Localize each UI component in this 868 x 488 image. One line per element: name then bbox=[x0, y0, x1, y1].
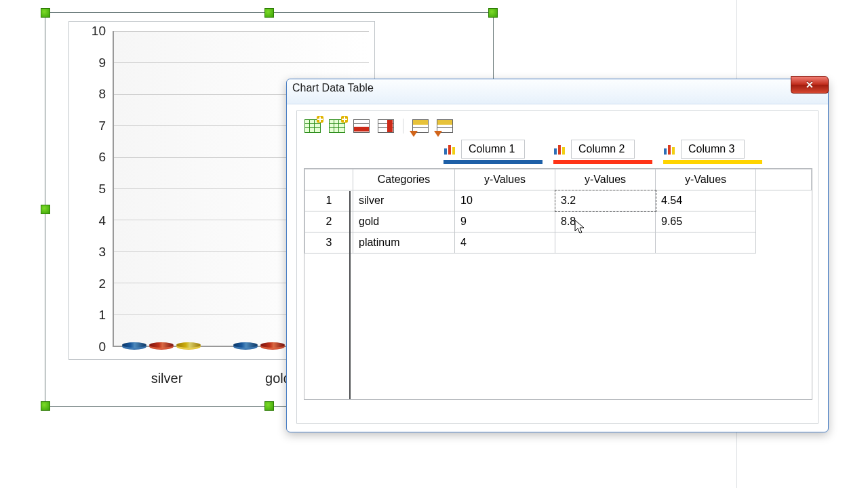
series-col2[interactable]: Column 2 bbox=[553, 140, 652, 164]
cell-y2[interactable]: 8.8 bbox=[555, 211, 656, 232]
move-series-right-button[interactable] bbox=[436, 118, 454, 134]
yvalues-header-1[interactable]: y-Values bbox=[455, 169, 555, 190]
yvalues-header-3[interactable]: y-Values bbox=[656, 169, 756, 190]
insert-row-button[interactable] bbox=[304, 118, 321, 134]
y-tick-3: 3 bbox=[98, 245, 106, 260]
y-axis-ticks: 10 9 8 7 6 5 4 3 2 1 0 bbox=[84, 31, 108, 347]
y-tick-8: 8 bbox=[98, 87, 106, 102]
dialog-title: Chart Data Table bbox=[292, 82, 374, 94]
cell-y1[interactable]: 4 bbox=[455, 232, 555, 253]
bar-chart-icon bbox=[553, 144, 566, 155]
move-series-left-button[interactable] bbox=[412, 118, 429, 134]
cell-y1[interactable]: 9 bbox=[455, 211, 555, 232]
series-name-col2[interactable]: Column 2 bbox=[571, 140, 635, 159]
cell-category[interactable]: silver bbox=[353, 190, 455, 211]
series-color-col2 bbox=[553, 160, 652, 164]
data-grid[interactable]: Categories y-Values y-Values y-Values 1 … bbox=[304, 168, 812, 400]
y-tick-10: 10 bbox=[92, 24, 106, 39]
extra-header bbox=[756, 169, 812, 190]
resize-handle-top-mid[interactable] bbox=[264, 8, 274, 18]
close-icon: ✕ bbox=[806, 79, 814, 90]
y-tick-1: 1 bbox=[98, 308, 106, 323]
series-name-col1[interactable]: Column 1 bbox=[461, 140, 525, 159]
chart-data-table-dialog[interactable]: Chart Data Table ✕ Column 1 bbox=[286, 79, 829, 432]
y-tick-4: 4 bbox=[98, 214, 106, 228]
series-header: Column 1 Column 2 Column 3 bbox=[297, 138, 818, 164]
yvalues-header-2[interactable]: y-Values bbox=[555, 169, 656, 190]
y-tick-9: 9 bbox=[98, 56, 106, 70]
delete-row-button[interactable] bbox=[353, 118, 370, 134]
series-color-col1 bbox=[443, 160, 542, 164]
resize-handle-bottom-left[interactable] bbox=[41, 401, 50, 411]
table-row[interactable]: 2 gold 9 8.8 9.65 bbox=[305, 211, 812, 232]
resize-handle-mid-left[interactable] bbox=[41, 205, 50, 214]
rownum-header bbox=[305, 169, 353, 190]
cell-y3[interactable] bbox=[656, 232, 756, 253]
series-name-col3[interactable]: Column 3 bbox=[681, 140, 745, 159]
dialog-toolbar bbox=[297, 111, 818, 138]
row-number-rail bbox=[304, 191, 351, 399]
bar-chart-icon bbox=[443, 144, 456, 155]
delete-column-button[interactable] bbox=[377, 118, 395, 134]
series-col1[interactable]: Column 1 bbox=[443, 140, 542, 164]
cell-category[interactable]: platinum bbox=[353, 232, 455, 253]
dialog-body: Column 1 Column 2 Column 3 bbox=[296, 110, 818, 424]
y-tick-6: 6 bbox=[98, 150, 106, 165]
close-button[interactable]: ✕ bbox=[791, 76, 829, 94]
dialog-titlebar[interactable]: Chart Data Table ✕ bbox=[287, 79, 828, 104]
cell-category[interactable]: gold bbox=[353, 211, 455, 232]
header-row: Categories y-Values y-Values y-Values bbox=[305, 169, 812, 190]
cell-y3[interactable]: 4.54 bbox=[656, 190, 756, 211]
y-tick-2: 2 bbox=[98, 277, 106, 291]
x-label-silver: silver bbox=[151, 371, 183, 386]
y-tick-0: 0 bbox=[98, 340, 106, 354]
cell-y2-editing[interactable]: 3.2 bbox=[555, 190, 656, 211]
cell-y3[interactable]: 9.65 bbox=[656, 211, 756, 232]
y-tick-7: 7 bbox=[98, 119, 106, 134]
table-row[interactable]: 3 platinum 4 bbox=[305, 232, 812, 253]
toolbar-separator bbox=[403, 119, 403, 134]
series-col3[interactable]: Column 3 bbox=[663, 140, 762, 164]
cell-y1[interactable]: 10 bbox=[455, 190, 555, 211]
categories-header[interactable]: Categories bbox=[353, 169, 455, 190]
cell-y2[interactable] bbox=[555, 232, 656, 253]
resize-handle-bottom-mid[interactable] bbox=[264, 401, 274, 411]
resize-handle-top-left[interactable] bbox=[41, 8, 50, 18]
y-tick-5: 5 bbox=[98, 182, 106, 197]
resize-handle-top-right[interactable] bbox=[488, 8, 498, 18]
table-row[interactable]: 1 silver 10 3.2 4.54 bbox=[305, 190, 812, 211]
bar-chart-icon bbox=[663, 144, 675, 155]
insert-column-button[interactable] bbox=[328, 118, 346, 134]
series-color-col3 bbox=[663, 160, 762, 164]
